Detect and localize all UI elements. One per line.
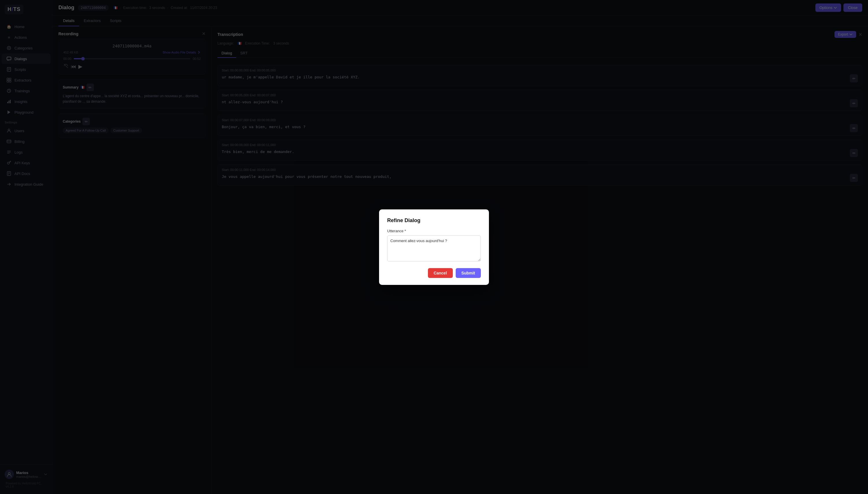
submit-button[interactable]: Submit — [456, 268, 481, 278]
utterance-field-label: Utterance * — [387, 229, 481, 233]
modal-overlay[interactable]: Refine Dialog Utterance * Cancel Submit — [0, 0, 868, 494]
modal-title: Refine Dialog — [387, 217, 481, 224]
utterance-textarea[interactable] — [387, 235, 481, 262]
modal-actions: Cancel Submit — [387, 268, 481, 278]
refine-dialog-modal: Refine Dialog Utterance * Cancel Submit — [379, 209, 489, 285]
cancel-button[interactable]: Cancel — [428, 268, 453, 278]
